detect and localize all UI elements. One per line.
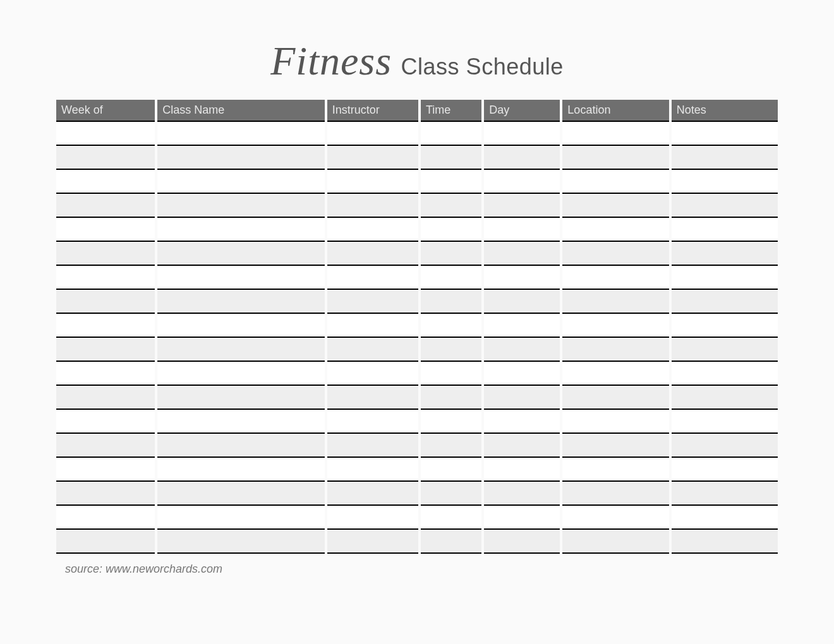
cell-time (421, 386, 481, 410)
cell-class-name (157, 338, 324, 362)
cell-day (484, 218, 560, 242)
cell-notes (672, 242, 778, 266)
cell-time (421, 170, 481, 194)
table-row (56, 506, 778, 530)
cell-time (421, 410, 481, 434)
cell-week-of (56, 458, 155, 482)
table-row (56, 338, 778, 362)
cell-time (421, 530, 481, 554)
cell-location (562, 362, 668, 386)
cell-notes (672, 290, 778, 314)
table-row (56, 218, 778, 242)
cell-notes (672, 434, 778, 458)
col-header-week-of: Week of (56, 100, 155, 122)
col-header-instructor: Instructor (327, 100, 418, 122)
title-script: Fitness (270, 39, 392, 83)
cell-day (484, 146, 560, 170)
cell-location (562, 290, 668, 314)
cell-class-name (157, 434, 324, 458)
table-row (56, 386, 778, 410)
cell-location (562, 386, 668, 410)
cell-instructor (327, 122, 418, 146)
cell-class-name (157, 146, 324, 170)
cell-instructor (327, 530, 418, 554)
cell-instructor (327, 410, 418, 434)
table-row (56, 458, 778, 482)
cell-week-of (56, 266, 155, 290)
cell-time (421, 362, 481, 386)
cell-week-of (56, 314, 155, 338)
cell-notes (672, 506, 778, 530)
cell-class-name (157, 170, 324, 194)
cell-class-name (157, 506, 324, 530)
cell-notes (672, 194, 778, 218)
table-header: Week of Class Name Instructor Time Day L… (56, 100, 778, 122)
col-header-class-name: Class Name (157, 100, 324, 122)
cell-day (484, 194, 560, 218)
cell-notes (672, 458, 778, 482)
cell-location (562, 146, 668, 170)
cell-class-name (157, 218, 324, 242)
table-row (56, 530, 778, 554)
table-row (56, 290, 778, 314)
cell-week-of (56, 146, 155, 170)
cell-time (421, 434, 481, 458)
cell-class-name (157, 242, 324, 266)
cell-day (484, 410, 560, 434)
cell-day (484, 530, 560, 554)
cell-time (421, 218, 481, 242)
cell-week-of (56, 410, 155, 434)
cell-instructor (327, 482, 418, 506)
cell-day (484, 338, 560, 362)
cell-class-name (157, 386, 324, 410)
cell-day (484, 458, 560, 482)
cell-class-name (157, 266, 324, 290)
cell-time (421, 122, 481, 146)
cell-day (484, 266, 560, 290)
cell-week-of (56, 506, 155, 530)
cell-location (562, 314, 668, 338)
cell-location (562, 170, 668, 194)
cell-instructor (327, 314, 418, 338)
cell-class-name (157, 482, 324, 506)
cell-instructor (327, 434, 418, 458)
cell-location (562, 242, 668, 266)
cell-location (562, 458, 668, 482)
cell-day (484, 506, 560, 530)
cell-instructor (327, 242, 418, 266)
cell-week-of (56, 362, 155, 386)
cell-location (562, 218, 668, 242)
table-row (56, 194, 778, 218)
cell-time (421, 506, 481, 530)
cell-notes (672, 314, 778, 338)
title-rest: Class Schedule (401, 54, 564, 80)
table-row (56, 122, 778, 146)
cell-instructor (327, 458, 418, 482)
cell-notes (672, 338, 778, 362)
source-attribution: source: www.neworchards.com (54, 554, 780, 576)
cell-location (562, 338, 668, 362)
cell-week-of (56, 122, 155, 146)
col-header-notes: Notes (672, 100, 778, 122)
cell-notes (672, 146, 778, 170)
cell-location (562, 506, 668, 530)
cell-instructor (327, 506, 418, 530)
schedule-table: Week of Class Name Instructor Time Day L… (54, 100, 780, 554)
cell-class-name (157, 410, 324, 434)
cell-instructor (327, 218, 418, 242)
cell-day (484, 242, 560, 266)
cell-instructor (327, 146, 418, 170)
cell-week-of (56, 386, 155, 410)
table-row (56, 170, 778, 194)
cell-location (562, 410, 668, 434)
cell-location (562, 482, 668, 506)
cell-notes (672, 122, 778, 146)
cell-time (421, 482, 481, 506)
table-row (56, 434, 778, 458)
cell-location (562, 194, 668, 218)
cell-week-of (56, 338, 155, 362)
table-row (56, 410, 778, 434)
page-title: Fitness Class Schedule (54, 32, 780, 100)
cell-location (562, 530, 668, 554)
col-header-time: Time (421, 100, 481, 122)
